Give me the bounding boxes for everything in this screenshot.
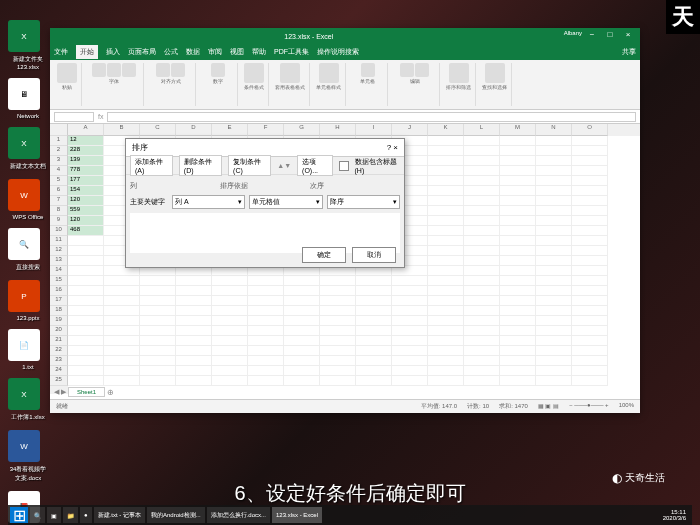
cell[interactable] (572, 176, 608, 186)
cell[interactable] (104, 326, 140, 336)
cell[interactable] (392, 366, 428, 376)
menu-view[interactable]: 视图 (230, 47, 244, 57)
cell[interactable] (536, 156, 572, 166)
menu-tell[interactable]: 操作说明搜索 (317, 47, 359, 57)
cell[interactable] (500, 336, 536, 346)
cell[interactable] (176, 356, 212, 366)
menu-layout[interactable]: 页面布局 (128, 47, 156, 57)
cell[interactable] (104, 366, 140, 376)
cell[interactable] (464, 256, 500, 266)
cell[interactable] (572, 256, 608, 266)
taskbar-item[interactable]: 📁 (63, 507, 78, 523)
cell[interactable] (536, 346, 572, 356)
menu-data[interactable]: 数据 (186, 47, 200, 57)
cell[interactable] (68, 366, 104, 376)
ok-button[interactable]: 确定 (302, 247, 346, 263)
cell[interactable] (68, 236, 104, 246)
cell[interactable] (428, 336, 464, 346)
cell[interactable] (500, 166, 536, 176)
cell[interactable] (464, 376, 500, 386)
cell[interactable] (104, 286, 140, 296)
cell[interactable] (572, 226, 608, 236)
cell[interactable] (572, 156, 608, 166)
start-button[interactable]: ⊞ (10, 507, 28, 523)
cell[interactable] (464, 186, 500, 196)
cell[interactable] (356, 346, 392, 356)
cell[interactable] (176, 336, 212, 346)
cell[interactable] (536, 236, 572, 246)
cell[interactable] (464, 136, 500, 146)
dialog-help-button[interactable]: ? (387, 143, 391, 152)
cell[interactable]: 12 (68, 136, 104, 146)
cell[interactable] (536, 256, 572, 266)
cell[interactable] (212, 366, 248, 376)
cell[interactable] (464, 356, 500, 366)
cell[interactable] (140, 336, 176, 346)
cell[interactable] (140, 306, 176, 316)
name-box[interactable] (54, 112, 94, 122)
cell[interactable] (536, 266, 572, 276)
cell[interactable] (392, 316, 428, 326)
cell[interactable] (500, 286, 536, 296)
cell[interactable] (68, 326, 104, 336)
menu-help[interactable]: 帮助 (252, 47, 266, 57)
search-button[interactable]: 🔍 (30, 507, 45, 523)
dialog-close-button[interactable]: × (393, 143, 398, 152)
desktop-icon[interactable]: X (8, 20, 40, 52)
cell[interactable] (392, 356, 428, 366)
system-tray[interactable]: 15:112020/3/6 (659, 509, 690, 521)
cell[interactable] (428, 196, 464, 206)
add-condition-button[interactable]: 添加条件(A) (130, 155, 173, 176)
cell[interactable] (428, 356, 464, 366)
cell[interactable] (284, 286, 320, 296)
menu-home[interactable]: 开始 (76, 45, 98, 59)
cell[interactable] (464, 296, 500, 306)
cell[interactable] (464, 146, 500, 156)
cell[interactable] (500, 256, 536, 266)
cell[interactable] (464, 246, 500, 256)
cell[interactable] (500, 346, 536, 356)
cell[interactable] (356, 316, 392, 326)
cell[interactable] (536, 186, 572, 196)
cell[interactable] (428, 316, 464, 326)
cell[interactable] (356, 336, 392, 346)
cell[interactable] (104, 296, 140, 306)
cell[interactable] (572, 286, 608, 296)
desktop-icon[interactable]: W (8, 430, 40, 462)
cell[interactable] (572, 356, 608, 366)
cell[interactable] (572, 316, 608, 326)
cell[interactable] (104, 356, 140, 366)
cell[interactable] (536, 176, 572, 186)
cell[interactable] (572, 246, 608, 256)
cell[interactable] (320, 356, 356, 366)
cell[interactable] (284, 366, 320, 376)
cell[interactable] (320, 286, 356, 296)
cell[interactable] (464, 226, 500, 236)
cell[interactable] (356, 326, 392, 336)
maximize-button[interactable]: □ (602, 30, 618, 42)
cell[interactable] (500, 376, 536, 386)
font-icon[interactable] (92, 63, 106, 77)
cell[interactable] (104, 316, 140, 326)
cell[interactable] (176, 286, 212, 296)
menu-file[interactable]: 文件 (54, 47, 68, 57)
cell[interactable] (536, 166, 572, 176)
cell[interactable] (68, 316, 104, 326)
cell[interactable] (464, 266, 500, 276)
cancel-button[interactable]: 取消 (352, 247, 396, 263)
cell[interactable] (68, 256, 104, 266)
cell[interactable] (572, 306, 608, 316)
cell[interactable] (428, 156, 464, 166)
cell[interactable] (572, 146, 608, 156)
cell[interactable] (248, 316, 284, 326)
cell[interactable] (428, 166, 464, 176)
cell[interactable] (464, 346, 500, 356)
cell[interactable] (536, 206, 572, 216)
menu-insert[interactable]: 插入 (106, 47, 120, 57)
cell[interactable] (392, 376, 428, 386)
cell[interactable] (320, 376, 356, 386)
cell[interactable] (392, 346, 428, 356)
cell[interactable] (176, 376, 212, 386)
cell[interactable] (464, 216, 500, 226)
cell[interactable] (248, 366, 284, 376)
